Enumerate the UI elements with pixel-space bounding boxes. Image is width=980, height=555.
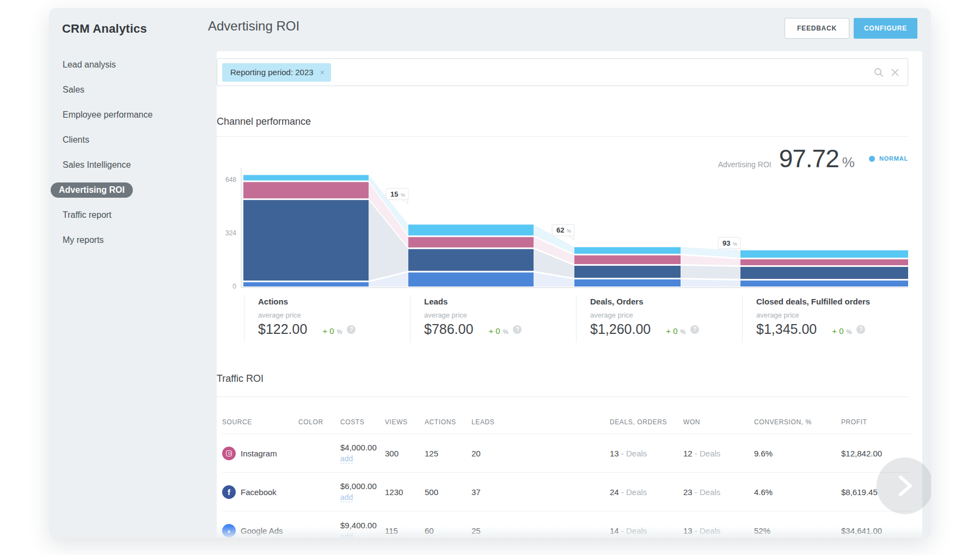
clear-filter-icon[interactable]: [890, 68, 900, 77]
stage-card-leads: Leads average price $786.00 + 0 % ?: [410, 295, 576, 343]
sidebar-item-advertising-roi[interactable]: Advertising ROI: [49, 178, 212, 203]
funnel-chart-area: 648324015%62%93%: [217, 163, 908, 297]
feedback-button[interactable]: FEEDBACK: [785, 18, 849, 39]
chevron-right-icon: [896, 474, 914, 498]
instagram-icon: [222, 447, 236, 460]
col-costs: COSTS: [340, 418, 385, 426]
funnel-chart: 648324015%62%93%: [217, 163, 908, 297]
avg-price-value: $1,345.00: [756, 321, 817, 337]
svg-text:324: 324: [225, 229, 236, 237]
sidebar-item-lead-analysis[interactable]: Lead analysis: [49, 52, 212, 77]
sidebar-nav: Lead analysis Sales Employee performance…: [49, 52, 212, 253]
help-icon[interactable]: ?: [856, 325, 865, 334]
google-ads-icon: ▲: [222, 524, 236, 538]
traffic-roi-title: Traffic ROI: [217, 373, 264, 385]
help-icon[interactable]: ?: [347, 325, 356, 334]
add-cost-link[interactable]: add: [340, 454, 353, 463]
search-icon[interactable]: [874, 68, 884, 77]
col-source: SOURCE: [222, 418, 298, 426]
avg-price-value: $786.00: [424, 321, 473, 337]
stage-card-actions: Actions average price $122.00 + 0 % ?: [244, 295, 410, 343]
svg-text:%: %: [733, 241, 737, 247]
svg-text:%: %: [401, 192, 405, 198]
svg-text:15: 15: [390, 190, 398, 198]
col-leads: LEADS: [471, 418, 610, 426]
sidebar-item-clients[interactable]: Clients: [49, 127, 212, 153]
app-panel: CRM Analytics Lead analysis Sales Employ…: [49, 8, 931, 538]
page: CRM Analytics Lead analysis Sales Employ…: [0, 0, 980, 555]
help-icon[interactable]: ?: [690, 325, 699, 334]
configure-button[interactable]: CONFIGURE: [854, 18, 917, 39]
filter-input[interactable]: Reporting period: 2023 ×: [217, 58, 908, 86]
col-deals-orders: DEALS, ORDERS: [610, 418, 683, 426]
app-brand: CRM Analytics: [62, 22, 147, 36]
table-row-google-ads: ▲ Google Ads $9,400.00 add 115 60 25 14 …: [222, 511, 911, 538]
content-card: Reporting period: 2023 × Channel perform…: [217, 51, 922, 538]
traffic-roi-table: SOURCE COLOR COSTS VIEWS ACTIONS LEADS D…: [222, 411, 911, 538]
stage-card-deals-orders: Deals, Orders average price $1,260.00 + …: [576, 295, 742, 343]
svg-text:93: 93: [722, 239, 730, 247]
status-badge: NORMAL: [879, 155, 908, 162]
table-header-row: SOURCE COLOR COSTS VIEWS ACTIONS LEADS D…: [222, 411, 911, 434]
facebook-icon: f: [222, 485, 236, 499]
svg-text:62: 62: [556, 226, 564, 234]
table-row-facebook: f Facebook $6,000.00 add 1230 500 37 24 …: [222, 473, 911, 511]
stage-card-closed-deals: Closed deals, Fulfilled orders average p…: [742, 295, 908, 343]
add-cost-link[interactable]: add: [340, 532, 353, 539]
avg-price-value: $122.00: [258, 321, 307, 337]
col-profit: PROFIT: [841, 418, 905, 426]
sidebar-item-sales[interactable]: Sales: [49, 77, 212, 102]
avg-price-value: $1,260.00: [590, 321, 651, 337]
section-divider: [217, 397, 908, 397]
active-nav-pill: Advertising ROI: [51, 182, 133, 198]
section-divider: [217, 136, 908, 137]
svg-text:648: 648: [225, 176, 236, 184]
col-color: COLOR: [298, 418, 340, 426]
add-cost-link[interactable]: add: [340, 493, 353, 502]
channel-performance-title: Channel performance: [217, 116, 311, 127]
sidebar-item-my-reports[interactable]: My reports: [49, 228, 212, 253]
help-icon[interactable]: ?: [513, 325, 522, 334]
sidebar-item-sales-intelligence[interactable]: Sales Intelligence: [49, 153, 212, 178]
page-title: Advertising ROI: [208, 19, 299, 34]
scroll-next-button[interactable]: [877, 458, 931, 514]
filter-chip-reporting-period[interactable]: Reporting period: 2023 ×: [222, 63, 331, 82]
col-conversion: CONVERSION, %: [754, 418, 841, 426]
sidebar-item-employee-performance[interactable]: Employee performance: [49, 102, 212, 127]
filter-chip-label: Reporting period: 2023: [230, 68, 314, 77]
status-dot: [869, 156, 875, 162]
table-row-instagram: Instagram $4,000.00 add 300 125 20 13 - …: [222, 434, 911, 473]
svg-text:%: %: [567, 228, 571, 234]
stage-cards: Actions average price $122.00 + 0 % ? Le…: [244, 295, 908, 343]
col-views: VIEWS: [385, 418, 425, 426]
chip-close-icon[interactable]: ×: [320, 68, 325, 77]
col-actions: ACTIONS: [425, 418, 471, 426]
col-won: WON: [683, 418, 754, 426]
sidebar-item-traffic-report[interactable]: Traffic report: [49, 203, 212, 228]
svg-text:0: 0: [232, 283, 236, 290]
